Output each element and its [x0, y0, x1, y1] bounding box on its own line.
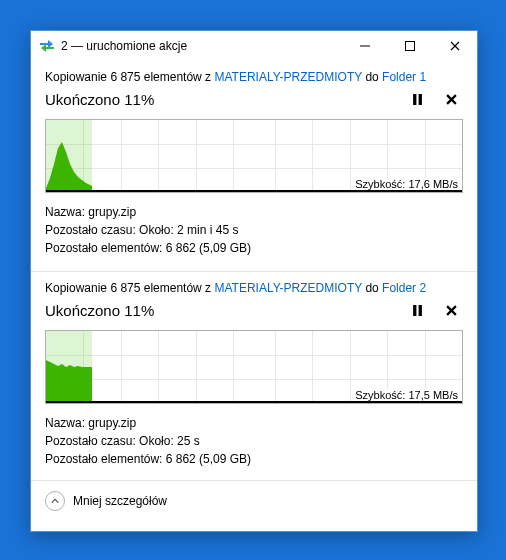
source-link[interactable]: MATERIALY-PRZEDMIOTY	[214, 281, 362, 295]
detail-items: Pozostało elementów: 6 862 (5,09 GB)	[45, 450, 463, 468]
name-value: grupy.zip	[88, 205, 136, 219]
op-header-mid: do	[362, 281, 382, 295]
progress-text: Ukończono 11%	[45, 302, 395, 319]
minimize-button[interactable]	[342, 31, 387, 61]
items-label: Pozostało elementów:	[45, 241, 166, 255]
operation-description: Kopiowanie 6 875 elementów z MATERIALY-P…	[45, 69, 463, 85]
items-value: 6 862 (5,09 GB)	[166, 241, 251, 255]
window-buttons	[342, 31, 477, 61]
detail-time: Pozostało czasu: Około: 2 min i 45 s	[45, 221, 463, 239]
name-label: Nazwa:	[45, 416, 88, 430]
footer: Mniej szczegółów	[31, 480, 477, 521]
time-value: Około: 2 min i 45 s	[139, 223, 238, 237]
speed-curve-icon	[46, 331, 92, 403]
operation-description: Kopiowanie 6 875 elementów z MATERIALY-P…	[45, 280, 463, 296]
detail-items: Pozostało elementów: 6 862 (5,09 GB)	[45, 239, 463, 257]
details-toggle-label[interactable]: Mniej szczegółów	[73, 494, 167, 508]
speed-curve-icon	[46, 120, 92, 192]
window-title: 2 — uruchomione akcje	[61, 39, 342, 53]
speed-chart: Szybkość: 17,6 MB/s	[45, 119, 463, 193]
op-header-prefix: Kopiowanie 6 875 elementów z	[45, 281, 214, 295]
svg-rect-4	[413, 305, 416, 316]
content-area: Kopiowanie 6 875 elementów z MATERIALY-P…	[31, 61, 477, 531]
cancel-button[interactable]	[439, 87, 463, 111]
copy-arrows-icon	[39, 38, 55, 54]
time-value: Około: 25 s	[139, 434, 200, 448]
dest-link[interactable]: Folder 1	[382, 70, 426, 84]
name-value: grupy.zip	[88, 416, 136, 430]
separator	[31, 271, 477, 272]
copy-operation: Kopiowanie 6 875 elementów z MATERIALY-P…	[45, 280, 463, 476]
titlebar: 2 — uruchomione akcje	[31, 31, 477, 61]
progress-text: Ukończono 11%	[45, 91, 395, 108]
maximize-button[interactable]	[387, 31, 432, 61]
speed-label: Szybkość: 17,6 MB/s	[354, 178, 459, 190]
file-copy-dialog: 2 — uruchomione akcje Kopiowanie 6 875 e…	[30, 30, 478, 532]
svg-rect-3	[418, 94, 421, 105]
svg-rect-0	[360, 46, 370, 47]
close-button[interactable]	[432, 31, 477, 61]
chevron-up-icon	[51, 497, 59, 505]
op-header-prefix: Kopiowanie 6 875 elementów z	[45, 70, 214, 84]
detail-time: Pozostało czasu: Około: 25 s	[45, 432, 463, 450]
chart-baseline	[46, 401, 462, 403]
copy-operation: Kopiowanie 6 875 elementów z MATERIALY-P…	[45, 69, 463, 265]
source-link[interactable]: MATERIALY-PRZEDMIOTY	[214, 70, 362, 84]
svg-rect-1	[405, 42, 414, 51]
cancel-button[interactable]	[439, 298, 463, 322]
detail-name: Nazwa: grupy.zip	[45, 203, 463, 221]
detail-name: Nazwa: grupy.zip	[45, 414, 463, 432]
pause-button[interactable]	[405, 298, 429, 322]
time-label: Pozostało czasu:	[45, 223, 139, 237]
time-label: Pozostało czasu:	[45, 434, 139, 448]
svg-rect-2	[413, 94, 416, 105]
operation-details: Nazwa: grupy.zip Pozostało czasu: Około:…	[45, 203, 463, 257]
op-header-mid: do	[362, 70, 382, 84]
speed-chart: Szybkość: 17,5 MB/s	[45, 330, 463, 404]
chart-baseline	[46, 190, 462, 192]
items-value: 6 862 (5,09 GB)	[166, 452, 251, 466]
dest-link[interactable]: Folder 2	[382, 281, 426, 295]
operation-details: Nazwa: grupy.zip Pozostało czasu: Około:…	[45, 414, 463, 468]
items-label: Pozostało elementów:	[45, 452, 166, 466]
collapse-button[interactable]	[45, 491, 65, 511]
name-label: Nazwa:	[45, 205, 88, 219]
pause-button[interactable]	[405, 87, 429, 111]
speed-label: Szybkość: 17,5 MB/s	[354, 389, 459, 401]
svg-rect-5	[418, 305, 421, 316]
